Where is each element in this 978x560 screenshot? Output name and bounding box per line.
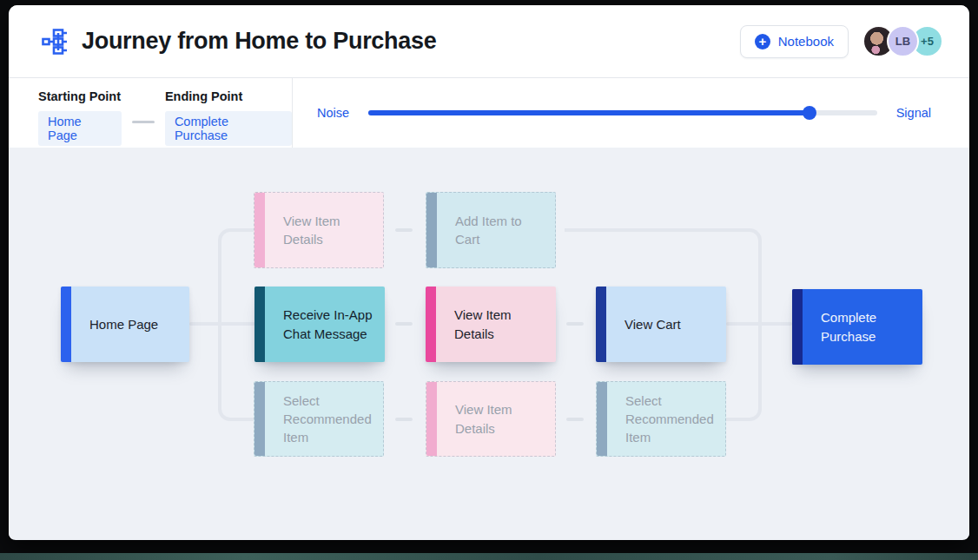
connector-dash-top: [395, 228, 413, 232]
node-accent-bar: [254, 382, 265, 456]
controls-band: Starting Point Home Page Ending Point Co…: [9, 78, 969, 148]
journey-canvas: Home PageView Item DetailsAdd Item to Ca…: [9, 148, 969, 539]
app-window: Journey from Home to Purchase + Notebook…: [9, 5, 969, 540]
noise-signal-slider-panel: Noise Signal: [293, 78, 969, 148]
node-label: Complete Purchase: [792, 308, 922, 346]
node-accent-bar: [426, 287, 436, 362]
plus-icon: +: [755, 34, 770, 49]
node-label: View Cart: [596, 315, 690, 333]
node-view-item-details-middle[interactable]: View Item Details: [426, 287, 556, 362]
node-label: View Item Details: [426, 400, 555, 438]
desktop-edge-strip: [0, 553, 978, 560]
slider-thumb[interactable]: [803, 106, 816, 120]
noise-signal-slider-track[interactable]: [368, 110, 877, 115]
notebook-button-label: Notebook: [778, 34, 834, 49]
node-accent-bar: [254, 287, 265, 362]
connector-right-bottom: [726, 324, 762, 421]
header: Journey from Home to Purchase + Notebook…: [9, 5, 969, 78]
avatar-group: LB +5: [862, 25, 943, 57]
node-accent-bar: [254, 193, 265, 267]
starting-point-label: Starting Point: [38, 89, 122, 103]
node-select-recommended-item-left[interactable]: Select Recommended Item: [254, 381, 384, 457]
node-label: View Item Details: [426, 306, 556, 343]
node-accent-bar: [426, 193, 437, 267]
user-avatar-initials[interactable]: LB: [887, 25, 919, 57]
node-label: Select Recommended Item: [254, 392, 383, 447]
node-select-recommended-item-right[interactable]: Select Recommended Item: [596, 381, 726, 457]
node-label: View Item Details: [254, 212, 383, 249]
notebook-button[interactable]: + Notebook: [740, 25, 849, 58]
node-accent-bar: [61, 287, 71, 362]
connector-cart-to-complete: [726, 322, 792, 326]
connector-dash-bottom-2: [566, 418, 584, 421]
slider-fill: [368, 110, 809, 115]
node-accent-bar: [792, 289, 803, 365]
connector-dash-middle-1: [395, 322, 413, 326]
node-home-page[interactable]: Home Page: [61, 287, 189, 362]
node-label: Receive In-App Chat Message: [254, 306, 385, 343]
node-label: Select Recommended Item: [597, 392, 725, 447]
slider-signal-label: Signal: [896, 106, 931, 120]
node-add-item-to-cart[interactable]: Add Item to Cart: [426, 192, 556, 268]
page-title: Journey from Home to Purchase: [82, 28, 436, 55]
node-label: Add Item to Cart: [426, 212, 555, 249]
node-label: Home Page: [61, 315, 167, 333]
node-accent-bar: [597, 382, 607, 456]
node-accent-bar: [426, 382, 437, 456]
journey-flow-icon: [42, 29, 71, 55]
node-view-item-details-top[interactable]: View Item Details: [254, 192, 384, 268]
slider-noise-label: Noise: [317, 106, 349, 120]
ending-point-label: Ending Point: [165, 89, 292, 103]
starting-point-chip[interactable]: Home Page: [38, 111, 122, 146]
connector-dash-bottom-1: [395, 418, 413, 421]
node-view-cart[interactable]: View Cart: [596, 287, 726, 362]
node-complete-purchase[interactable]: Complete Purchase: [792, 289, 922, 365]
connector-left-bracket: [218, 228, 254, 421]
node-accent-bar: [596, 287, 606, 362]
node-view-item-details-bottom[interactable]: View Item Details: [426, 381, 556, 457]
points-connector-dash: [132, 121, 154, 123]
node-receive-in-app-chat-message[interactable]: Receive In-App Chat Message: [254, 287, 385, 362]
ending-point-chip[interactable]: Complete Purchase: [165, 111, 292, 146]
journey-points-panel: Starting Point Home Page Ending Point Co…: [9, 78, 293, 148]
